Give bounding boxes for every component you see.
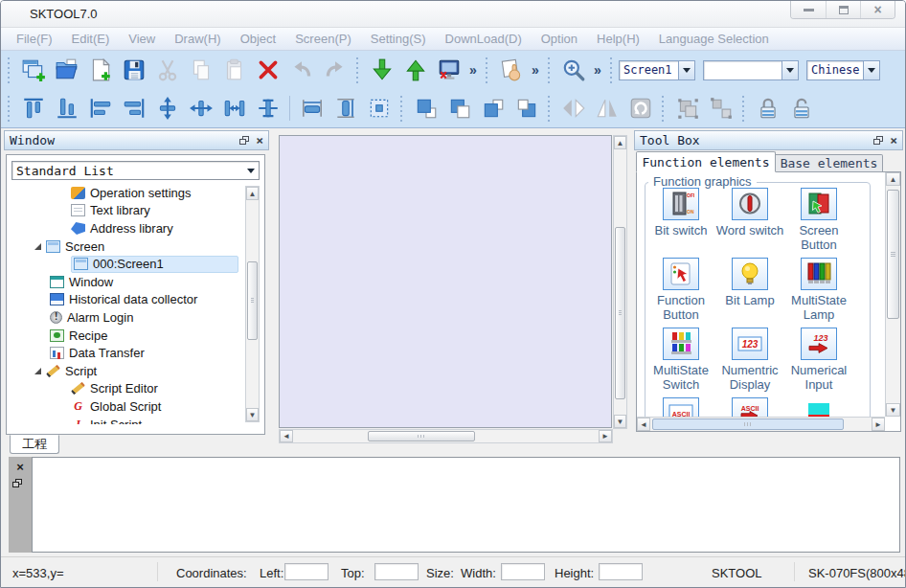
top-coordinate-input[interactable] [374,563,419,580]
bring-forward-button[interactable] [476,92,510,124]
scroll-right-icon[interactable]: ► [872,418,885,431]
height-input[interactable] [599,563,643,580]
offline-simulation-button[interactable] [432,54,465,86]
screen-select-dropdown[interactable]: Screen1 [619,60,695,80]
scrollbar-thumb[interactable] [652,418,844,430]
toolbox-horizontal-scrollbar[interactable]: ◄ ► [637,417,885,431]
toolbar-grip[interactable] [485,57,490,83]
project-tab[interactable]: 工程 [10,435,59,454]
left-coordinate-input[interactable] [284,563,328,580]
menu-language-selection[interactable]: Language Selection [649,29,779,49]
unlock-button[interactable] [784,92,818,124]
tab-function-elements[interactable]: Function elements [636,151,776,172]
paste-button[interactable] [217,54,251,86]
flip-vertical-button[interactable] [590,92,623,124]
bring-to-front-button[interactable] [409,92,442,124]
expand-arrow-icon[interactable] [34,243,41,250]
dropdown-button[interactable] [863,61,879,79]
close-panel-icon[interactable]: × [16,461,24,473]
menu-help[interactable]: Help(H) [587,29,649,49]
scroll-left-icon[interactable]: ◄ [280,430,293,442]
scroll-up-icon[interactable]: ▲ [886,172,900,186]
toolbar-grip[interactable] [7,57,12,83]
scroll-down-icon[interactable]: ▼ [246,408,259,421]
close-panel-icon[interactable]: × [890,134,897,147]
dropdown-button[interactable] [678,61,694,79]
toolbar-grip[interactable] [661,95,667,122]
copy-button[interactable] [184,54,217,86]
menu-object[interactable]: Object [231,29,286,49]
language-select-dropdown[interactable]: Chinese [806,60,880,80]
menu-download[interactable]: DownLoad(D) [436,29,532,49]
tree-item-recipe[interactable]: Recipe [11,327,260,345]
flip-horizontal-button[interactable] [556,92,590,124]
send-to-back-button[interactable] [442,92,476,124]
scroll-down-icon[interactable]: ▼ [886,403,900,417]
scroll-right-icon[interactable]: ► [599,430,612,442]
align-left-button[interactable] [83,92,117,124]
compile-button[interactable] [494,54,528,86]
toolbar-grip[interactable] [399,95,405,122]
canvas-vertical-scrollbar[interactable]: ▲ ▼ [613,135,627,429]
tree-item-global-script[interactable]: GGlobal Script [11,397,260,416]
same-width-button[interactable] [295,92,328,124]
tool-word-switch[interactable]: Word switch [715,188,784,258]
tool-ascii-input[interactable]: ASCII [715,397,784,418]
align-right-button[interactable] [117,92,150,124]
float-panel-icon[interactable] [873,136,883,145]
new-project-button[interactable] [16,54,50,86]
maximize-button[interactable] [826,1,860,18]
toolbar-grip[interactable] [547,57,553,83]
new-screen-button[interactable] [83,54,117,86]
design-canvas[interactable] [279,135,612,428]
same-size-button[interactable] [362,92,396,124]
list-mode-dropdown[interactable]: Standard List [11,161,260,180]
distribute-horizontal-button[interactable] [217,92,251,124]
tree-item-init-script[interactable]: IInit Script [11,416,260,424]
undo-button[interactable] [284,54,318,86]
tool-multistate-switch[interactable]: MultiState Switch [646,328,715,397]
tree-item-script-editor[interactable]: Script Editor [11,380,260,398]
menu-screen[interactable]: Screen(P) [285,29,361,49]
upload-button[interactable] [398,54,432,86]
menu-view[interactable]: View [119,29,165,49]
tool-multistate-lamp[interactable]: MultiState Lamp [784,258,853,328]
tree-item-window[interactable]: Window [11,273,260,291]
tab-base-elements[interactable]: Base elements [776,154,883,172]
tree-item-historical-data-collector[interactable]: Historical data collector [11,291,260,309]
tool-function-button[interactable]: Function Button [646,258,715,328]
float-panel-icon[interactable] [12,479,22,487]
rotate-button[interactable] [623,92,657,124]
toolbar-overflow-chevron[interactable]: » [590,62,605,78]
zoom-in-button[interactable] [556,54,590,86]
align-middle-button[interactable] [251,92,284,124]
tool-bit-lamp[interactable]: Bit Lamp [715,258,784,328]
toolbar-overflow-chevron[interactable]: » [528,62,543,78]
tree-item-alarm-login[interactable]: Alarm Login [11,308,260,327]
send-backward-button[interactable] [510,92,543,124]
tree-item-address-library[interactable]: Address library [11,219,260,237]
toolbar-grip[interactable] [7,95,12,122]
scroll-up-icon[interactable]: ▲ [246,187,259,200]
group-button[interactable] [670,92,704,124]
open-project-button[interactable] [50,54,83,86]
canvas-horizontal-scrollbar[interactable]: ◄ ► [279,429,613,443]
menu-file[interactable]: File(F) [7,29,62,49]
float-panel-icon[interactable] [239,136,249,145]
delete-button[interactable] [251,54,284,86]
scrollbar-thumb[interactable] [368,431,475,441]
tool-numentric-display[interactable]: 123 Numentric Display [715,328,784,397]
lock-button[interactable] [751,92,784,124]
toolbar-grip[interactable] [547,95,553,122]
tool-screen-button[interactable]: Screen Button [784,188,853,258]
cut-button[interactable] [150,54,184,86]
download-button[interactable] [365,54,398,86]
scroll-up-icon[interactable]: ▲ [614,136,626,149]
output-log[interactable] [32,457,900,553]
menu-edit[interactable]: Edit(E) [62,29,120,49]
align-center-horizontal-button[interactable] [184,92,217,124]
tree-item-operation-settings[interactable]: Operation settings [11,184,260,202]
tool-ascii-display[interactable]: ASCII [646,397,715,418]
tree-item-data-transfer[interactable]: Data Transfer [11,344,260,362]
menu-draw[interactable]: Draw(H) [165,29,230,49]
